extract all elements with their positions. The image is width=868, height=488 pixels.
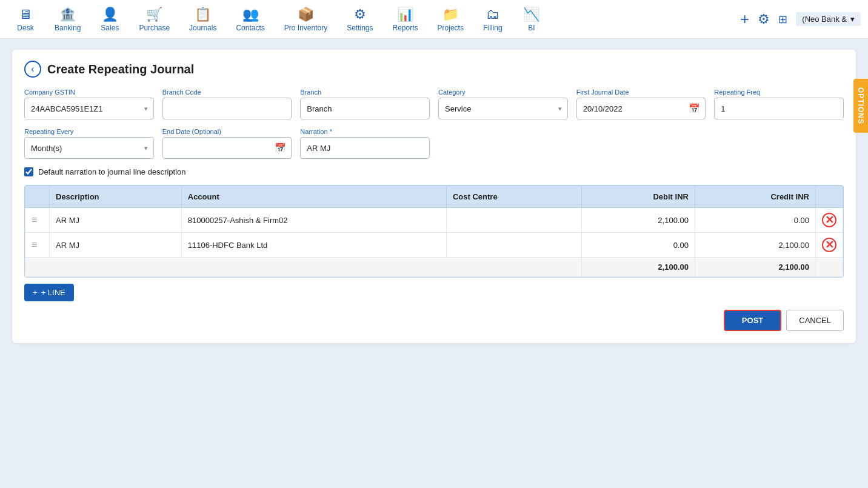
- repeating-freq-field: Repeating Freq: [714, 89, 844, 119]
- calendar-icon: 📅: [689, 103, 700, 114]
- journals-icon: 📋: [195, 7, 211, 22]
- total-debit: 2,100.00: [581, 258, 695, 277]
- table-row: ≡ AR MJ 11106-HDFC Bank Ltd 0.00 2,100.0…: [25, 233, 843, 258]
- filling-icon: 🗂: [486, 7, 499, 22]
- delete-row-button-1[interactable]: ✕: [822, 238, 836, 252]
- branch-input[interactable]: [300, 98, 430, 119]
- options-tab[interactable]: OPTIONS: [853, 79, 868, 133]
- delete-cell-1: ✕: [816, 233, 843, 258]
- form-row-2: Repeating Every Month(s) Week(s) Day(s) …: [24, 128, 844, 159]
- grid-icon[interactable]: ⊞: [778, 13, 787, 26]
- col-credit: Credit INR: [695, 186, 815, 208]
- credit-cell-0: 0.00: [695, 208, 815, 233]
- account-cell-0: 810000257-Ashish & Firm02: [181, 208, 446, 233]
- first-journal-date-label: First Journal Date: [576, 89, 706, 96]
- drag-handle-cell-1: ≡: [25, 233, 50, 258]
- bi-icon: 📉: [523, 7, 539, 22]
- nav-banking[interactable]: 🏦 Banking: [46, 2, 89, 37]
- nav-settings[interactable]: ⚙ Settings: [338, 2, 381, 37]
- end-date-field: End Date (Optional) 📅: [162, 128, 292, 159]
- end-date-calendar-icon: 📅: [275, 142, 286, 153]
- branch-field: Branch: [300, 89, 430, 119]
- topnav-right: + ⚙ ⊞ (Neo Bank & ▾: [740, 10, 861, 28]
- narration-label: Narration *: [300, 128, 430, 135]
- reports-icon: 📊: [397, 7, 413, 22]
- add-line-button[interactable]: + + LINE: [24, 284, 74, 301]
- main-content: ‹ Create Repeating Journal Company GSTIN…: [0, 39, 868, 488]
- repeating-every-select[interactable]: Month(s) Week(s) Day(s): [24, 137, 154, 159]
- description-cell-1: AR MJ: [50, 233, 182, 258]
- nav-pro-inventory[interactable]: 📦 Pro Inventory: [276, 2, 336, 37]
- default-narration-row: Default narration to journal line descri…: [24, 167, 844, 176]
- repeating-freq-input[interactable]: [714, 98, 844, 119]
- branch-code-input[interactable]: [162, 98, 292, 119]
- pro-inventory-icon: 📦: [298, 7, 314, 22]
- default-narration-label: Default narration to journal line descri…: [38, 167, 186, 176]
- company-gstin-label: Company GSTIN: [24, 89, 154, 96]
- plus-icon: +: [33, 288, 38, 297]
- sales-icon: 👤: [102, 7, 118, 22]
- branch-code-field: Branch Code: [162, 89, 292, 119]
- category-label: Category: [438, 89, 568, 96]
- table-header-row: Description Account Cost Centre Debit IN…: [25, 186, 843, 208]
- drag-handle-0[interactable]: ≡: [32, 215, 37, 225]
- default-narration-checkbox[interactable]: [24, 167, 33, 176]
- repeating-every-label: Repeating Every: [24, 128, 154, 135]
- first-journal-date-input[interactable]: [576, 98, 706, 119]
- nav-filling[interactable]: 🗂 Filling: [475, 2, 511, 37]
- page-title: Create Repeating Journal: [47, 62, 194, 76]
- col-description: Description: [50, 186, 182, 208]
- totals-row: 2,100.00 2,100.00: [25, 258, 843, 277]
- company-gstin-select[interactable]: 24AABCA5951E1Z1: [24, 98, 154, 119]
- debit-cell-0: 2,100.00: [581, 208, 695, 233]
- nav-purchase[interactable]: 🛒 Purchase: [130, 2, 178, 37]
- chevron-down-icon: ▾: [850, 15, 855, 24]
- description-cell-0: AR MJ: [50, 208, 182, 233]
- gear-icon[interactable]: ⚙: [758, 12, 770, 27]
- branch-label: Branch: [300, 89, 430, 96]
- drag-handle-1[interactable]: ≡: [32, 239, 37, 250]
- narration-input[interactable]: [300, 137, 430, 159]
- total-credit: 2,100.00: [695, 258, 815, 277]
- cost-centre-cell-1: [446, 233, 581, 258]
- nav-sales[interactable]: 👤 Sales: [92, 2, 128, 37]
- account-cell-1: 11106-HDFC Bank Ltd: [181, 233, 446, 258]
- add-button[interactable]: +: [740, 10, 749, 28]
- post-button[interactable]: POST: [724, 310, 781, 331]
- purchase-icon: 🛒: [146, 7, 162, 22]
- credit-cell-1: 2,100.00: [695, 233, 815, 258]
- nav-contacts[interactable]: 👥 Contacts: [227, 2, 273, 37]
- nav-projects[interactable]: 📁 Projects: [429, 2, 472, 37]
- delete-row-button-0[interactable]: ✕: [822, 213, 836, 227]
- banking-icon: 🏦: [59, 7, 76, 22]
- add-line-label: + LINE: [41, 288, 65, 297]
- debit-cell-1: 0.00: [581, 233, 695, 258]
- nav-reports[interactable]: 📊 Reports: [384, 2, 427, 37]
- category-select[interactable]: Service Purchase Sales: [438, 98, 568, 119]
- totals-empty: [816, 258, 843, 277]
- user-menu[interactable]: (Neo Bank & ▾: [796, 12, 861, 26]
- cancel-button[interactable]: CANCEL: [786, 310, 844, 331]
- nav-bi[interactable]: 📉 BI: [513, 2, 550, 37]
- back-button[interactable]: ‹: [24, 61, 41, 78]
- category-field: Category Service Purchase Sales ▾: [438, 89, 568, 119]
- cost-centre-cell-0: [446, 208, 581, 233]
- first-journal-date-field: First Journal Date 📅: [576, 89, 706, 119]
- delete-cell-0: ✕: [816, 208, 843, 233]
- form-row-1: Company GSTIN 24AABCA5951E1Z1 ▾ Branch C…: [24, 89, 844, 119]
- drag-handle-cell-0: ≡: [25, 208, 50, 233]
- end-date-input[interactable]: [162, 137, 292, 159]
- col-account: Account: [181, 186, 446, 208]
- journal-table-wrapper: Description Account Cost Centre Debit IN…: [24, 185, 844, 278]
- nav-journals[interactable]: 📋 Journals: [181, 2, 225, 37]
- top-navigation: 🖥 Desk 🏦 Banking 👤 Sales 🛒 Purchase 📋 Jo…: [0, 0, 868, 39]
- end-date-label: End Date (Optional): [162, 128, 292, 135]
- table-row: ≡ AR MJ 810000257-Ashish & Firm02 2,100.…: [25, 208, 843, 233]
- totals-label: [25, 258, 582, 277]
- nav-items: 🖥 Desk 🏦 Banking 👤 Sales 🛒 Purchase 📋 Jo…: [7, 2, 740, 37]
- col-actions: [816, 186, 843, 208]
- contacts-icon: 👥: [242, 7, 259, 22]
- nav-desk[interactable]: 🖥 Desk: [7, 2, 44, 37]
- branch-code-label: Branch Code: [162, 89, 292, 96]
- journal-table: Description Account Cost Centre Debit IN…: [25, 186, 843, 277]
